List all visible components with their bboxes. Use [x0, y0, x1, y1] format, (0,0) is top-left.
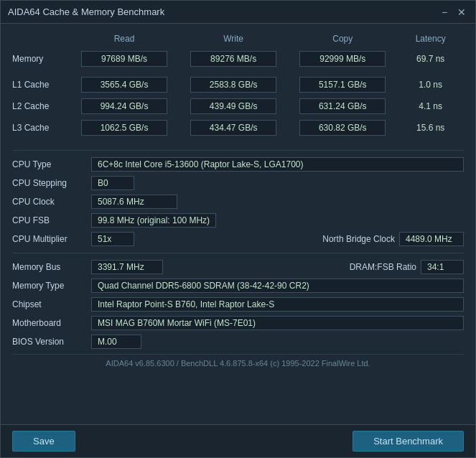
- cpu-type-value: 6C+8c Intel Core i5-13600 (Raptor Lake-S…: [91, 157, 464, 172]
- col-header-write: Write: [179, 31, 288, 48]
- cpu-type-row: CPU Type 6C+8c Intel Core i5-13600 (Rapt…: [12, 155, 464, 174]
- row-latency: 4.1 ns: [397, 95, 464, 117]
- row-write: 434.47 GB/s: [179, 117, 288, 139]
- memory-type-row: Memory Type Quad Channel DDR5-6800 SDRAM…: [12, 276, 464, 295]
- cpu-clock-value: 5087.6 MHz: [91, 195, 177, 209]
- divider-2: [12, 253, 464, 253]
- divider-1: [12, 150, 464, 151]
- row-read: 994.24 GB/s: [70, 95, 179, 117]
- row-write: 2583.8 GB/s: [179, 74, 288, 95]
- table-row: Memory 97689 MB/s 89276 MB/s 92999 MB/s …: [12, 48, 464, 70]
- row-label: L3 Cache: [12, 117, 70, 139]
- row-copy: 631.24 GB/s: [288, 95, 397, 117]
- row-latency: 69.7 ns: [397, 48, 464, 70]
- window-title: AIDA64 Cache & Memory Benchmark: [8, 6, 164, 17]
- chipset-label: Chipset: [12, 299, 91, 309]
- table-row: L1 Cache 3565.4 GB/s 2583.8 GB/s 5157.1 …: [12, 74, 464, 95]
- dram-fsb-value: 34:1: [421, 260, 464, 274]
- row-read: 97689 MB/s: [70, 48, 179, 70]
- chipset-value: Intel Raptor Point-S B760, Intel Raptor …: [91, 297, 464, 312]
- cpu-type-label: CPU Type: [12, 159, 91, 169]
- memory-type-value: Quad Channel DDR5-6800 SDRAM (38-42-42-9…: [91, 279, 464, 293]
- row-write: 439.49 GB/s: [179, 95, 288, 117]
- close-button[interactable]: ✕: [455, 7, 468, 17]
- motherboard-value: MSI MAG B760M Mortar WiFi (MS-7E01): [91, 316, 464, 330]
- minimize-button[interactable]: −: [438, 7, 451, 17]
- table-row: L3 Cache 1062.5 GB/s 434.47 GB/s 630.82 …: [12, 117, 464, 139]
- save-button[interactable]: Save: [12, 431, 75, 452]
- cpu-fsb-value: 99.8 MHz (original: 100 MHz): [91, 213, 216, 228]
- main-window: AIDA64 Cache & Memory Benchmark − ✕ Read…: [0, 0, 476, 458]
- bottom-bar: Save Start Benchmark: [1, 424, 475, 457]
- cpu-fsb-label: CPU FSB: [12, 215, 91, 225]
- row-read: 1062.5 GB/s: [70, 117, 179, 139]
- motherboard-label: Motherboard: [12, 318, 91, 328]
- row-label: Memory: [12, 48, 70, 70]
- row-copy: 630.82 GB/s: [288, 117, 397, 139]
- cpu-stepping-value: B0: [91, 176, 134, 190]
- footer-text: AIDA64 v6.85.6300 / BenchDLL 4.6.875.8-x…: [12, 354, 464, 370]
- benchmark-button[interactable]: Start Benchmark: [353, 431, 464, 452]
- cpu-multiplier-row: CPU Multiplier 51x North Bridge Clock 44…: [12, 230, 464, 248]
- cpu-stepping-label: CPU Stepping: [12, 178, 91, 188]
- cpu-fsb-row: CPU FSB 99.8 MHz (original: 100 MHz): [12, 211, 464, 230]
- nb-clock-label: North Bridge Clock: [322, 234, 399, 244]
- row-latency: 1.0 ns: [397, 74, 464, 95]
- col-header-read: Read: [70, 31, 179, 48]
- cpu-multiplier-value: 51x: [91, 232, 134, 246]
- memory-type-label: Memory Type: [12, 281, 91, 291]
- chipset-row: Chipset Intel Raptor Point-S B760, Intel…: [12, 295, 464, 314]
- bios-value: M.00: [91, 335, 141, 349]
- memory-bus-row: Memory Bus 3391.7 MHz DRAM:FSB Ratio 34:…: [12, 258, 464, 276]
- memory-bus-label: Memory Bus: [12, 262, 91, 272]
- info-section: CPU Type 6C+8c Intel Core i5-13600 (Rapt…: [12, 155, 464, 351]
- motherboard-row: Motherboard MSI MAG B760M Mortar WiFi (M…: [12, 314, 464, 332]
- row-read: 3565.4 GB/s: [70, 74, 179, 95]
- nb-clock-value: 4489.0 MHz: [399, 232, 464, 246]
- row-label: L1 Cache: [12, 74, 70, 95]
- row-label: L2 Cache: [12, 95, 70, 117]
- cpu-multiplier-label: CPU Multiplier: [12, 234, 91, 244]
- row-copy: 5157.1 GB/s: [288, 74, 397, 95]
- row-latency: 15.6 ns: [397, 117, 464, 139]
- memory-bus-value: 3391.7 MHz: [91, 260, 163, 274]
- title-bar: AIDA64 Cache & Memory Benchmark − ✕: [1, 1, 475, 24]
- table-row: L2 Cache 994.24 GB/s 439.49 GB/s 631.24 …: [12, 95, 464, 117]
- col-header-copy: Copy: [288, 31, 397, 48]
- cpu-stepping-row: CPU Stepping B0: [12, 174, 464, 192]
- cpu-clock-label: CPU Clock: [12, 197, 91, 207]
- cpu-clock-row: CPU Clock 5087.6 MHz: [12, 192, 464, 211]
- benchmark-table: Read Write Copy Latency Memory 97689 MB/…: [12, 31, 464, 139]
- row-copy: 92999 MB/s: [288, 48, 397, 70]
- main-content: Read Write Copy Latency Memory 97689 MB/…: [1, 24, 475, 424]
- row-write: 89276 MB/s: [179, 48, 288, 70]
- bios-label: BIOS Version: [12, 337, 91, 347]
- col-header-latency: Latency: [397, 31, 464, 48]
- dram-fsb-label: DRAM:FSB Ratio: [350, 262, 421, 272]
- window-controls: − ✕: [438, 7, 468, 17]
- bios-row: BIOS Version M.00: [12, 332, 464, 351]
